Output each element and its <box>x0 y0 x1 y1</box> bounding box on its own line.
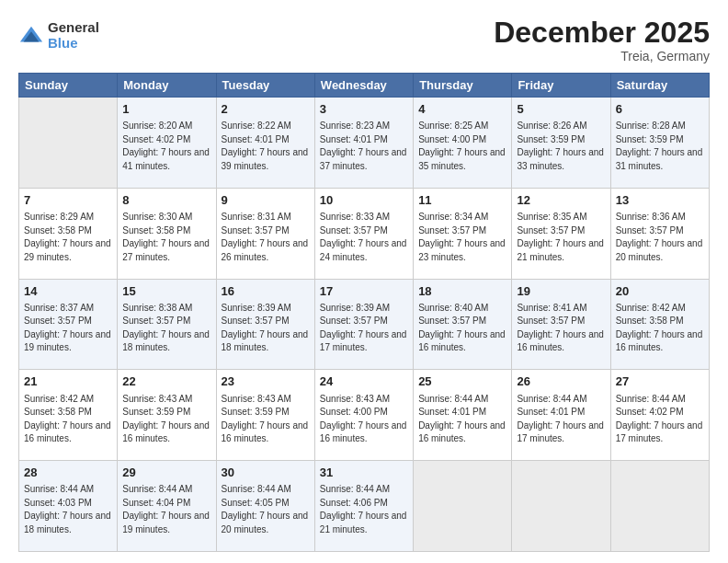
day-info: Sunrise: 8:44 AMSunset: 4:02 PMDaylight:… <box>616 393 704 446</box>
sunrise-text: Sunrise: 8:44 AM <box>616 393 704 407</box>
table-row: 11Sunrise: 8:34 AMSunset: 3:57 PMDayligh… <box>414 188 512 279</box>
table-row: 15Sunrise: 8:38 AMSunset: 3:57 PMDayligh… <box>118 279 216 370</box>
page: General Blue December 2025 Treia, German… <box>0 0 728 563</box>
daylight-text: Daylight: 7 hours and 16 minutes. <box>122 419 210 446</box>
sunset-text: Sunset: 4:00 PM <box>418 133 506 147</box>
daylight-text: Daylight: 7 hours and 37 minutes. <box>320 146 408 173</box>
daylight-text: Daylight: 7 hours and 18 minutes. <box>222 328 310 355</box>
daylight-text: Daylight: 7 hours and 16 minutes. <box>24 419 112 446</box>
col-monday: Monday <box>118 74 216 98</box>
day-info: Sunrise: 8:41 AMSunset: 3:57 PMDaylight:… <box>517 302 605 355</box>
col-sunday: Sunday <box>19 74 118 98</box>
sunset-text: Sunset: 3:59 PM <box>122 406 210 419</box>
daylight-text: Daylight: 7 hours and 20 minutes. <box>222 510 310 536</box>
daylight-text: Daylight: 7 hours and 39 minutes. <box>222 146 310 173</box>
day-number: 19 <box>517 283 605 300</box>
day-info: Sunrise: 8:36 AMSunset: 3:57 PMDaylight:… <box>616 211 704 264</box>
logo-blue-text: Blue <box>48 36 99 52</box>
sunrise-text: Sunrise: 8:43 AM <box>222 393 310 407</box>
sunset-text: Sunset: 3:57 PM <box>418 315 506 328</box>
sunset-text: Sunset: 3:59 PM <box>616 133 704 147</box>
table-row: 28Sunrise: 8:44 AMSunset: 4:03 PMDayligh… <box>19 461 118 552</box>
sunset-text: Sunset: 3:58 PM <box>616 315 704 328</box>
table-row: 9Sunrise: 8:31 AMSunset: 3:57 PMDaylight… <box>216 188 314 279</box>
header: General Blue December 2025 Treia, German… <box>18 17 710 63</box>
daylight-text: Daylight: 7 hours and 18 minutes. <box>24 510 112 536</box>
col-friday: Friday <box>512 74 610 98</box>
daylight-text: Daylight: 7 hours and 21 minutes. <box>320 510 408 536</box>
day-number: 22 <box>122 373 210 390</box>
table-row: 16Sunrise: 8:39 AMSunset: 3:57 PMDayligh… <box>216 279 314 370</box>
daylight-text: Daylight: 7 hours and 19 minutes. <box>122 510 210 536</box>
daylight-text: Daylight: 7 hours and 23 minutes. <box>418 237 506 264</box>
day-info: Sunrise: 8:20 AMSunset: 4:02 PMDaylight:… <box>122 120 210 173</box>
sunrise-text: Sunrise: 8:44 AM <box>122 483 210 497</box>
day-number: 16 <box>222 283 310 300</box>
sunrise-text: Sunrise: 8:26 AM <box>517 120 605 133</box>
table-row: 12Sunrise: 8:35 AMSunset: 3:57 PMDayligh… <box>512 188 610 279</box>
day-number: 21 <box>24 373 112 390</box>
sunrise-text: Sunrise: 8:40 AM <box>418 302 506 316</box>
day-number: 15 <box>122 283 210 300</box>
sunset-text: Sunset: 3:59 PM <box>517 133 605 147</box>
day-number: 9 <box>222 192 310 209</box>
day-number: 18 <box>418 283 506 300</box>
calendar-week-row: 21Sunrise: 8:42 AMSunset: 3:58 PMDayligh… <box>19 370 710 461</box>
sunrise-text: Sunrise: 8:44 AM <box>24 483 112 497</box>
sunset-text: Sunset: 4:01 PM <box>517 406 605 419</box>
day-info: Sunrise: 8:43 AMSunset: 4:00 PMDaylight:… <box>320 393 408 446</box>
sunrise-text: Sunrise: 8:43 AM <box>320 393 408 407</box>
calendar-table: Sunday Monday Tuesday Wednesday Thursday… <box>18 73 710 552</box>
day-info: Sunrise: 8:35 AMSunset: 3:57 PMDaylight:… <box>517 211 605 264</box>
daylight-text: Daylight: 7 hours and 33 minutes. <box>517 146 605 173</box>
table-row: 6Sunrise: 8:28 AMSunset: 3:59 PMDaylight… <box>610 98 709 189</box>
table-row: 26Sunrise: 8:44 AMSunset: 4:01 PMDayligh… <box>512 370 610 461</box>
sunrise-text: Sunrise: 8:42 AM <box>616 302 704 316</box>
day-info: Sunrise: 8:43 AMSunset: 3:59 PMDaylight:… <box>222 393 310 446</box>
day-info: Sunrise: 8:42 AMSunset: 3:58 PMDaylight:… <box>24 393 112 446</box>
daylight-text: Daylight: 7 hours and 17 minutes. <box>320 328 408 355</box>
calendar-week-row: 28Sunrise: 8:44 AMSunset: 4:03 PMDayligh… <box>19 461 710 552</box>
sunset-text: Sunset: 3:58 PM <box>122 224 210 238</box>
sunset-text: Sunset: 3:57 PM <box>222 224 310 238</box>
day-number: 2 <box>222 101 310 118</box>
day-number: 31 <box>320 465 408 481</box>
sunrise-text: Sunrise: 8:35 AM <box>517 211 605 224</box>
sunrise-text: Sunrise: 8:39 AM <box>222 302 310 316</box>
table-row: 5Sunrise: 8:26 AMSunset: 3:59 PMDaylight… <box>512 98 610 189</box>
sunset-text: Sunset: 4:00 PM <box>320 406 408 419</box>
sunset-text: Sunset: 3:57 PM <box>517 224 605 238</box>
table-row: 22Sunrise: 8:43 AMSunset: 3:59 PMDayligh… <box>118 370 216 461</box>
daylight-text: Daylight: 7 hours and 16 minutes. <box>222 419 310 446</box>
day-number: 23 <box>222 373 310 390</box>
sunset-text: Sunset: 3:59 PM <box>222 406 310 419</box>
daylight-text: Daylight: 7 hours and 31 minutes. <box>616 146 704 173</box>
day-info: Sunrise: 8:30 AMSunset: 3:58 PMDaylight:… <box>122 211 210 264</box>
sunset-text: Sunset: 3:57 PM <box>517 315 605 328</box>
sunrise-text: Sunrise: 8:44 AM <box>222 483 310 497</box>
sunrise-text: Sunrise: 8:34 AM <box>418 211 506 224</box>
sunset-text: Sunset: 4:04 PM <box>122 497 210 511</box>
day-number: 10 <box>320 192 408 209</box>
day-number: 20 <box>616 283 704 300</box>
sunrise-text: Sunrise: 8:28 AM <box>616 120 704 133</box>
title-block: December 2025 Treia, Germany <box>494 17 710 63</box>
table-row <box>19 98 118 189</box>
sunset-text: Sunset: 4:01 PM <box>418 406 506 419</box>
table-row: 31Sunrise: 8:44 AMSunset: 4:06 PMDayligh… <box>314 461 413 552</box>
col-saturday: Saturday <box>610 74 709 98</box>
day-info: Sunrise: 8:31 AMSunset: 3:57 PMDaylight:… <box>222 211 310 264</box>
table-row: 23Sunrise: 8:43 AMSunset: 3:59 PMDayligh… <box>216 370 314 461</box>
sunset-text: Sunset: 3:58 PM <box>24 406 112 419</box>
sunrise-text: Sunrise: 8:36 AM <box>616 211 704 224</box>
day-number: 4 <box>418 101 506 118</box>
day-number: 29 <box>122 465 210 481</box>
daylight-text: Daylight: 7 hours and 18 minutes. <box>122 328 210 355</box>
daylight-text: Daylight: 7 hours and 21 minutes. <box>517 237 605 264</box>
day-info: Sunrise: 8:44 AMSunset: 4:01 PMDaylight:… <box>418 393 506 446</box>
day-info: Sunrise: 8:39 AMSunset: 3:57 PMDaylight:… <box>320 302 408 355</box>
sunset-text: Sunset: 4:02 PM <box>616 406 704 419</box>
day-number: 26 <box>517 373 605 390</box>
daylight-text: Daylight: 7 hours and 27 minutes. <box>122 237 210 264</box>
sunset-text: Sunset: 4:03 PM <box>24 497 112 511</box>
